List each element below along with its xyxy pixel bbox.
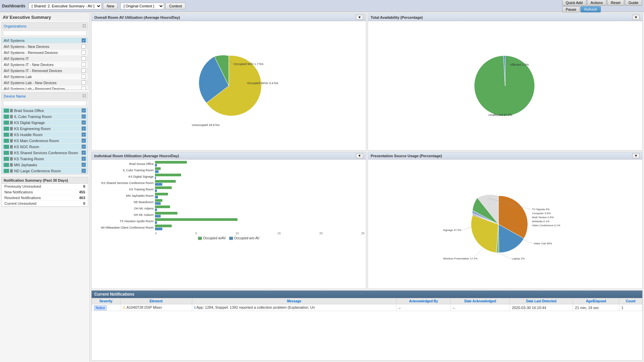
context-button[interactable]: Context [165, 3, 185, 9]
device-section-label[interactable]: Device Name [4, 94, 26, 98]
org-item-checkbox[interactable] [82, 68, 86, 73]
presentation-expand[interactable]: ▼ [632, 153, 640, 158]
notif-column-header-link[interactable]: Message [287, 299, 301, 303]
device-item[interactable]: IL Cubs Training Room [2, 114, 88, 120]
org-item-label: AVI Systems IT - Removed Devices [4, 69, 82, 73]
notif-column-header-link[interactable]: Severity [99, 299, 112, 303]
bar-label: TX Houston Apollo Room [93, 220, 155, 223]
bar-label: OH Mt. Auburn [93, 213, 155, 217]
notif-column-header[interactable]: Date Acknowledged [451, 298, 510, 304]
org-item[interactable]: AVI Systems - Removed Devices [2, 50, 88, 56]
bar-chart-row: NE Boardroom [93, 199, 365, 205]
bar-label: KS Digital Signage [93, 175, 155, 178]
org-expand-icon[interactable]: ☐ [83, 24, 86, 28]
notif-summary-row-value: 455 [79, 190, 85, 194]
device-item[interactable]: MN Jayhawks [2, 162, 88, 168]
notif-column-header-link[interactable]: Date Acknowledged [464, 299, 496, 303]
org-item-checkbox[interactable] [82, 38, 86, 43]
device-signal-icon [10, 157, 13, 161]
org-item-checkbox[interactable] [82, 50, 86, 55]
org-item-checkbox[interactable] [82, 56, 86, 61]
device-item[interactable]: Brad Sousa Office [2, 108, 88, 114]
org-item-label: AVI Systems IT [4, 57, 82, 61]
org-item[interactable]: AVI Systems IT - New Devices [2, 62, 88, 68]
device-icon [4, 109, 9, 113]
bar-chart-row: IL Cubs Training Room [93, 167, 365, 173]
bar-chart-row: OH Mt. Adams [93, 205, 365, 211]
notif-column-header-link[interactable]: Element [150, 299, 163, 303]
refresh-button[interactable]: Refresh [581, 6, 601, 12]
org-item[interactable]: AVI Systems Lab - New Devices [2, 80, 88, 86]
device-item-checkbox[interactable] [82, 144, 86, 149]
device-item-checkbox[interactable] [82, 126, 86, 131]
notif-summary-title: Notification Summary (Past 30 Days) [2, 177, 88, 184]
device-item-checkbox[interactable] [82, 157, 86, 161]
overall-panel-expand[interactable]: ▼ [356, 15, 363, 20]
reset-button[interactable]: Reset [607, 0, 624, 6]
quick-add-button[interactable]: Quick Add [562, 0, 586, 6]
notif-column-header[interactable]: Age/Elapsed [573, 298, 619, 304]
org-item[interactable]: AVI Systems Lab [2, 74, 88, 80]
app-title: Dashboards [2, 4, 25, 8]
notif-column-header-link[interactable]: Date Last Detected [526, 299, 556, 303]
notif-date-acknowledged: – [451, 304, 510, 311]
bar-with-av [155, 174, 181, 176]
org-item[interactable]: AVI Systems [2, 38, 88, 44]
org-section-label[interactable]: Organizations [4, 24, 26, 28]
device-item[interactable]: KS Huddle Room [2, 132, 88, 138]
org-item-checkbox[interactable] [82, 44, 86, 49]
individual-room-expand[interactable]: ▼ [356, 153, 363, 158]
bar-label: NE Boardroom [93, 200, 155, 204]
device-expand-icon[interactable]: ☐ [83, 94, 86, 98]
notif-column-header[interactable]: Date Last Detected [510, 298, 573, 304]
total-avail-expand[interactable]: ▼ [632, 15, 640, 20]
device-item-checkbox[interactable] [82, 120, 86, 125]
device-item-checkbox[interactable] [82, 108, 86, 113]
device-item-checkbox[interactable] [82, 169, 86, 173]
org-item-checkbox[interactable] [82, 62, 86, 67]
org-item[interactable]: AVI Systems IT [2, 56, 88, 62]
pause-button[interactable]: Pause [562, 6, 580, 12]
notif-acknowledged-by: – [396, 304, 451, 311]
org-item-checkbox[interactable] [82, 86, 86, 89]
org-item-checkbox[interactable] [82, 80, 86, 85]
device-item-checkbox[interactable] [82, 150, 86, 155]
device-item-checkbox[interactable] [82, 114, 86, 119]
device-item[interactable]: KS NOC Room [2, 144, 88, 150]
device-item[interactable]: KS Engineering Room [2, 126, 88, 132]
device-item-checkbox[interactable] [82, 132, 86, 137]
notif-column-header[interactable]: Severity [92, 298, 120, 304]
device-item[interactable]: KS Digital Signage [2, 120, 88, 126]
context-select[interactable]: [ Original Context ] [120, 3, 164, 9]
device-search-input[interactable] [3, 101, 87, 106]
org-search-input[interactable] [3, 31, 87, 36]
device-item[interactable]: KS Training Room [2, 156, 88, 162]
bar-with-av [155, 225, 172, 227]
org-item[interactable]: AVI Systems Lab - Removed Devices [2, 86, 88, 89]
org-item[interactable]: AVI Systems IT - Removed Devices [2, 68, 88, 74]
notif-column-header-link[interactable]: Count [626, 299, 636, 303]
device-item-checkbox[interactable] [82, 138, 86, 143]
notif-column-header-link[interactable]: Age/Elapsed [586, 299, 606, 303]
org-item-label: AVI Systems - New Devices [4, 45, 82, 49]
organizations-section: Organizations ☐ AVI SystemsAVI Systems -… [1, 22, 88, 90]
guide-button[interactable]: Guide [625, 0, 642, 6]
notif-column-header[interactable]: Element [120, 298, 192, 304]
device-item[interactable]: ND Large Conference Room [2, 168, 88, 174]
notif-column-header-link[interactable]: Acknowledged By [409, 299, 438, 303]
device-item[interactable]: KS Main Conference Room [2, 138, 88, 144]
notif-column-header[interactable]: Message [192, 298, 396, 304]
individual-room-header: Individual Room Utilization (Average Hou… [92, 152, 366, 160]
device-signal-icon [10, 109, 13, 112]
org-item-checkbox[interactable] [82, 74, 86, 79]
device-item-checkbox[interactable] [82, 163, 86, 167]
bar-axis: 0510152025 [93, 232, 365, 235]
device-item[interactable]: KS Shared Services Conference Room [2, 150, 88, 156]
org-item[interactable]: AVI Systems - New Devices [2, 44, 88, 50]
bar-with-av [155, 180, 176, 183]
new-button[interactable]: New [103, 3, 118, 9]
actions-button[interactable]: Actions [587, 0, 606, 6]
dashboard-select[interactable]: [ Shared: 2. Executive Summary - AV ] [29, 3, 102, 9]
notif-column-header[interactable]: Count [619, 298, 642, 304]
notif-column-header[interactable]: Acknowledged By [396, 298, 451, 304]
